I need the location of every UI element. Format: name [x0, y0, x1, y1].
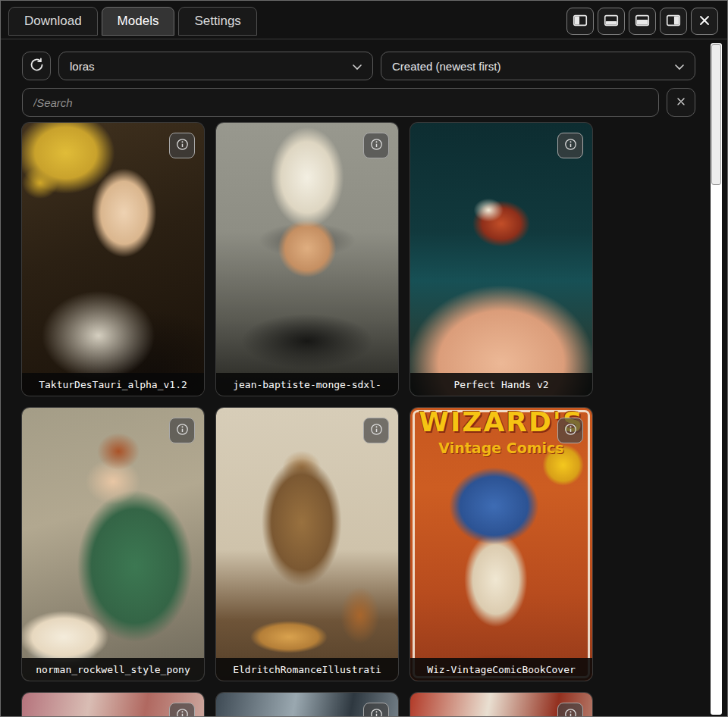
- search-input[interactable]: [22, 88, 659, 117]
- model-info-button[interactable]: [169, 418, 195, 443]
- model-info-button[interactable]: [169, 703, 195, 716]
- model-card-label: jean-baptiste-monge-sdxl-: [216, 373, 398, 396]
- model-card-image: [216, 408, 398, 681]
- tab-download[interactable]: Download: [8, 7, 98, 36]
- model-info-button[interactable]: [363, 418, 389, 443]
- model-info-button[interactable]: [557, 703, 583, 716]
- dock-right-button[interactable]: [660, 8, 687, 35]
- info-icon: [175, 422, 190, 439]
- model-info-button[interactable]: [363, 703, 389, 716]
- card-grid: TakturDesTauri_alpha_v1.2 jean-baptiste-…: [22, 123, 592, 716]
- model-card-label: EldritchRomanceIllustrati: [216, 658, 398, 681]
- search-row: [22, 88, 695, 117]
- chevron-down-icon: [353, 60, 362, 73]
- info-icon: [369, 707, 384, 716]
- model-card-image: [22, 123, 204, 396]
- model-card-label: Wiz-VintageComicBookCover: [410, 658, 592, 681]
- close-button[interactable]: [691, 8, 718, 35]
- model-card-image: WIZARD'SVintage Comics: [410, 408, 592, 681]
- scrollbar-track[interactable]: [711, 43, 722, 715]
- model-card-image: [216, 123, 398, 396]
- dock-right-icon: [665, 12, 682, 31]
- dock-bottom-icon: [603, 12, 620, 31]
- model-browser-window: Download Models Settings: [0, 0, 728, 717]
- tab-bar: Download Models Settings: [8, 7, 257, 36]
- model-info-button[interactable]: [363, 133, 389, 158]
- clear-search-button[interactable]: [667, 88, 695, 117]
- models-toolbar: loras Created (newest first): [22, 52, 695, 80]
- info-icon: [175, 137, 190, 154]
- model-type-select[interactable]: loras: [58, 52, 373, 80]
- info-icon: [563, 137, 578, 154]
- model-info-button[interactable]: [557, 418, 583, 443]
- dock-left-icon: [572, 12, 588, 31]
- model-card[interactable]: [22, 693, 204, 716]
- model-card-image: [410, 123, 592, 396]
- refresh-button[interactable]: [22, 52, 51, 80]
- sort-select[interactable]: Created (newest first): [381, 52, 695, 80]
- refresh-icon: [29, 57, 45, 75]
- model-card[interactable]: [216, 693, 398, 716]
- close-icon: [697, 13, 712, 30]
- top-bar: Download Models Settings: [1, 1, 727, 39]
- dock-bottom-button[interactable]: [598, 8, 625, 35]
- model-card-label: Perfect Hands v2: [410, 373, 592, 396]
- model-info-button[interactable]: [557, 133, 583, 158]
- chevron-down-icon: [675, 60, 684, 73]
- model-card[interactable]: Perfect Hands v2: [410, 123, 592, 396]
- window-controls: [566, 8, 720, 35]
- info-icon: [175, 707, 190, 716]
- dock-left-button[interactable]: [566, 8, 594, 35]
- model-card[interactable]: TakturDesTauri_alpha_v1.2: [22, 123, 204, 396]
- tab-models[interactable]: Models: [102, 7, 175, 36]
- info-icon: [369, 422, 384, 439]
- model-card-label: TakturDesTauri_alpha_v1.2: [22, 373, 204, 396]
- clear-icon: [675, 95, 687, 110]
- model-card[interactable]: [410, 693, 592, 716]
- info-icon: [563, 707, 578, 716]
- model-card[interactable]: jean-baptiste-monge-sdxl-: [216, 123, 398, 396]
- model-card-label: norman_rockwell_style_pony: [22, 658, 204, 681]
- sort-value: Created (newest first): [392, 60, 500, 73]
- dock-bottom-full-button[interactable]: [629, 8, 656, 35]
- info-icon: [563, 422, 578, 439]
- model-card[interactable]: WIZARD'SVintage Comics Wiz-VintageComicB…: [410, 408, 592, 681]
- model-card[interactable]: norman_rockwell_style_pony: [22, 408, 204, 681]
- model-card[interactable]: EldritchRomanceIllustrati: [216, 408, 398, 681]
- model-info-button[interactable]: [169, 133, 195, 158]
- dock-bottom-full-icon: [634, 12, 651, 31]
- info-icon: [369, 137, 384, 154]
- model-type-value: loras: [70, 60, 95, 73]
- scrollbar-thumb[interactable]: [711, 44, 721, 185]
- models-panel: loras Created (newest first): [1, 39, 727, 716]
- model-card-image: [22, 408, 204, 681]
- tab-settings[interactable]: Settings: [178, 7, 256, 36]
